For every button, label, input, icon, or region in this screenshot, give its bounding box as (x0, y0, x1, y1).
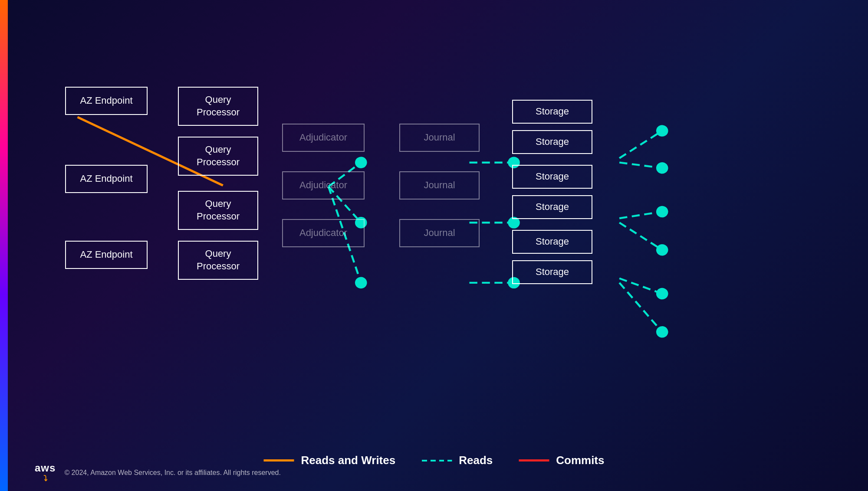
legend-reads-writes-label: Reads and Writes (301, 454, 396, 467)
az-endpoint-2: AZ Endpoint (65, 165, 148, 193)
footer: aws ⤵ © 2024, Amazon Web Services, Inc. … (35, 462, 281, 483)
journal-1: Journal (399, 124, 480, 152)
legend: Reads and Writes Reads Commits (264, 454, 605, 467)
svg-line-14 (619, 283, 662, 332)
legend-commits: Commits (519, 454, 604, 467)
legend-reads-label: Reads (459, 454, 493, 467)
aws-logo-text: aws (35, 462, 56, 474)
adjudicator-2: Adjudicator (282, 171, 365, 200)
storage-2: Storage (512, 130, 592, 154)
legend-reads-writes: Reads and Writes (264, 454, 396, 467)
storage-4: Storage (512, 195, 592, 219)
left-color-bar (0, 0, 8, 491)
query-processor-4: QueryProcessor (178, 241, 258, 280)
svg-line-11 (619, 212, 662, 218)
query-processor-3: QueryProcessor (178, 191, 258, 230)
aws-swoosh: ⤵ (43, 474, 47, 483)
journal-2: Journal (399, 171, 480, 200)
legend-line-red (519, 459, 549, 462)
storage-5: Storage (512, 230, 592, 254)
storage-6: Storage (512, 260, 592, 284)
legend-reads: Reads (421, 454, 493, 467)
svg-line-13 (619, 278, 662, 294)
storage-1: Storage (512, 100, 592, 124)
storage-3: Storage (512, 165, 592, 189)
adjudicator-3: Adjudicator (282, 219, 365, 247)
architecture-diagram: AZ Endpoint AZ Endpoint AZ Endpoint Quer… (35, 43, 833, 426)
svg-line-10 (619, 163, 662, 168)
aws-logo: aws ⤵ (35, 462, 56, 483)
footer-copyright: © 2024, Amazon Web Services, Inc. or its… (64, 469, 281, 477)
query-processor-1: QueryProcessor (178, 87, 258, 126)
legend-commits-label: Commits (556, 454, 604, 467)
az-endpoint-1: AZ Endpoint (65, 87, 148, 115)
query-processor-2: QueryProcessor (178, 137, 258, 176)
journal-3: Journal (399, 219, 480, 247)
svg-line-12 (619, 223, 662, 250)
adjudicator-1: Adjudicator (282, 124, 365, 152)
svg-line-9 (619, 131, 662, 158)
legend-line-teal (421, 460, 452, 462)
legend-line-orange (264, 459, 294, 462)
az-endpoint-3: AZ Endpoint (65, 241, 148, 269)
